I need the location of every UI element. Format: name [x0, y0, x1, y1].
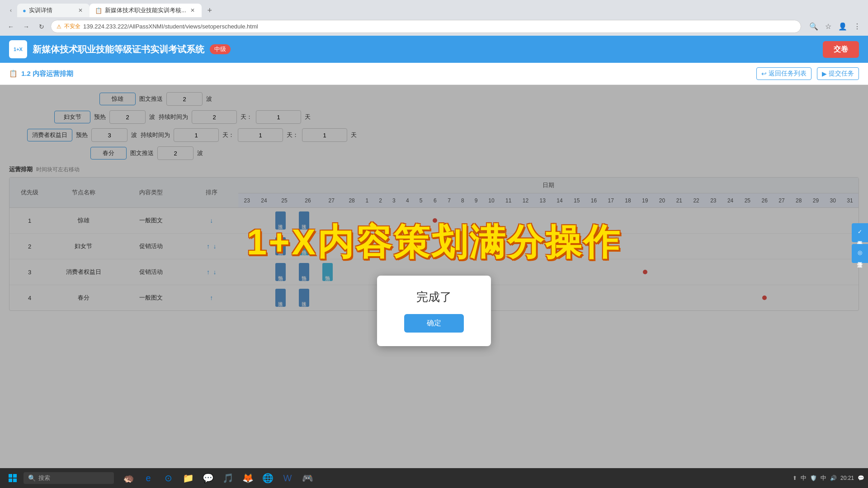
overlay: 1+X内容策划满分操作 完成了 确定 [0, 85, 868, 479]
warning-text: 不安全 [64, 23, 80, 30]
logo-text: 1+X [14, 47, 23, 52]
page-header: 1+X 新媒体技术职业技能等级证书实训考试系统 中级 交卷 [0, 36, 868, 63]
taskbar-app-game[interactable]: 🎮 [298, 469, 316, 487]
taskbar-search-text: 搜索 [38, 474, 50, 482]
overlay-confirm-btn[interactable]: 确定 [404, 314, 464, 333]
back-label: 返回任务列表 [769, 70, 807, 78]
taskbar-apps: 🦔 e ⊙ 📁 💬 🎵 🦊 🌐 W 🎮 [119, 469, 316, 487]
taskbar-volume-icon[interactable]: 🔊 [830, 475, 837, 481]
breadcrumb-title: 1.2 内容运营排期 [21, 70, 73, 78]
header-logo: 1+X [9, 40, 27, 58]
progress-icon: ◎ [856, 249, 864, 256]
tab-prev-btn[interactable]: ‹ [5, 4, 17, 17]
breadcrumb-bar: 📋 1.2 内容运营排期 ↩ 返回任务列表 ▶ 提交任务 [0, 63, 868, 85]
taskbar-show-desktop-icon[interactable]: ⬆ [793, 475, 797, 481]
side-tab-requirements[interactable]: ✓ 任务要求 [852, 223, 868, 242]
overlay-title-text: 1+X内容策划满分操作 [233, 218, 635, 267]
forward-btn[interactable]: → [20, 20, 33, 33]
taskbar-right: ⬆ 中 🛡️ 中 🔊 20:21 💬 [793, 474, 864, 482]
submit-icon: ▶ [822, 70, 827, 77]
header-title: 新媒体技术职业技能等级证书实训考试系统 [33, 43, 204, 56]
taskbar-input-icon[interactable]: 中 [821, 474, 826, 482]
taskbar-app-chrome[interactable]: 🌐 [259, 469, 277, 487]
taskbar: 🔍 搜索 🦔 e ⊙ 📁 💬 🎵 🦊 🌐 W 🎮 ⬆ 中 🛡️ 中 🔊 20:2… [0, 468, 868, 488]
tab-1-label: 实训详情 [29, 6, 52, 14]
submit-label: 提交任务 [829, 70, 854, 78]
url-text: 139.224.233.222/AllPassXNMI/student/view… [83, 23, 258, 30]
refresh-btn[interactable]: ↻ [35, 20, 48, 33]
taskbar-app-folder[interactable]: 📁 [179, 469, 197, 487]
taskbar-app-hedgehog[interactable]: 🦔 [119, 469, 137, 487]
requirements-icon: ✓ [856, 229, 864, 235]
address-bar: ← → ↻ ⚠ 不安全 139.224.233.222/AllPassXNMI/… [0, 17, 868, 36]
overlay-panel: 完成了 确定 [377, 276, 491, 346]
start-menu-btn[interactable] [4, 469, 22, 487]
tab-2[interactable]: 📋 新媒体技术职业技能实训考核... ✕ [90, 4, 202, 17]
taskbar-time-display: 20:21 [840, 475, 854, 481]
submit-task-btn[interactable]: ▶ 提交任务 [817, 67, 859, 80]
address-input[interactable]: ⚠ 不安全 139.224.233.222/AllPassXNMI/studen… [51, 20, 801, 33]
back-icon: ↩ [761, 70, 767, 77]
taskbar-app-ie[interactable]: e [139, 469, 157, 487]
header-left: 1+X 新媒体技术职业技能等级证书实训考试系统 中级 [9, 40, 231, 58]
browser-chrome: ‹ ● 实训详情 ✕ 📋 新媒体技术职业技能实训考核... ✕ + ← → ↻ … [0, 0, 868, 36]
security-warning: ⚠ [57, 23, 61, 30]
submit-exam-btn[interactable]: 交卷 [823, 41, 859, 58]
toolbar-icons: 🔍 ☆ 👤 ⋮ [807, 20, 863, 33]
taskbar-app-word[interactable]: W [278, 469, 297, 487]
tab-2-label: 新媒体技术职业技能实训考核... [105, 6, 186, 14]
tab-1-close[interactable]: ✕ [77, 7, 84, 14]
taskbar-clock: 20:21 [840, 475, 854, 481]
breadcrumb-icon: 📋 [9, 70, 18, 78]
breadcrumb-right: ↩ 返回任务列表 ▶ 提交任务 [756, 67, 859, 80]
side-tab-progress[interactable]: ◎ 任务进度 [852, 244, 868, 263]
bookmark-icon[interactable]: ☆ [822, 20, 835, 33]
menu-icon[interactable]: ⋮ [851, 20, 863, 33]
search-icon[interactable]: 🔍 [807, 20, 820, 33]
taskbar-app-media[interactable]: 🎵 [219, 469, 237, 487]
taskbar-app-firefox[interactable]: 🦊 [239, 469, 257, 487]
back-to-list-btn[interactable]: ↩ 返回任务列表 [756, 67, 811, 80]
new-tab-btn[interactable]: + [203, 4, 216, 17]
overlay-message: 完成了 [404, 289, 464, 305]
svg-rect-1 [13, 474, 17, 478]
breadcrumb-left: 📋 1.2 内容运营排期 [9, 70, 73, 78]
user-icon[interactable]: 👤 [836, 20, 849, 33]
tab-2-icon: 📋 [95, 7, 102, 14]
overlay-banner: 1+X内容策划满分操作 完成了 确定 [0, 85, 868, 479]
taskbar-notification-icon[interactable]: 💬 [858, 475, 864, 481]
taskbar-app-edge[interactable]: ⊙ [159, 469, 177, 487]
level-badge: 中级 [210, 44, 231, 54]
back-btn[interactable]: ← [5, 20, 17, 33]
tab-2-close[interactable]: ✕ [189, 7, 196, 14]
tab-1-icon: ● [23, 7, 26, 14]
svg-rect-2 [9, 479, 12, 482]
taskbar-app-wechat[interactable]: 💬 [199, 469, 217, 487]
tab-1[interactable]: ● 实训详情 ✕ [17, 4, 90, 17]
main-content: 惊雄 图文推送 波 妇女节 预热 波 持续时间为 天： 天 消费者权益日 预热 … [0, 85, 868, 479]
svg-rect-0 [9, 474, 12, 478]
tab-bar: ‹ ● 实训详情 ✕ 📋 新媒体技术职业技能实训考核... ✕ + [0, 0, 868, 17]
taskbar-search-icon: 🔍 [28, 474, 36, 482]
svg-rect-3 [13, 479, 17, 482]
taskbar-search-box[interactable]: 🔍 搜索 [24, 472, 114, 484]
right-sidebar: ✓ 任务要求 ◎ 任务进度 [852, 223, 868, 265]
taskbar-lang: 中 [801, 474, 807, 482]
taskbar-antivirus-icon[interactable]: 🛡️ [810, 475, 817, 481]
